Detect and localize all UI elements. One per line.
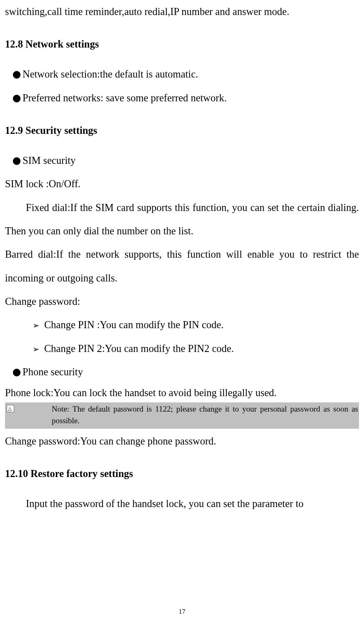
warning-icon (7, 405, 14, 412)
bullet-network-selection: ⬤ Network selection:the default is autom… (5, 63, 359, 86)
paragraph-top: switching,call time reminder,auto redial… (5, 0, 359, 23)
fixed-dial-text: Fixed dial:If the SIM card supports this… (5, 196, 359, 243)
arrow-change-pin2: ➢ Change PIN 2:You can modify the PIN2 c… (5, 337, 359, 360)
arrow-bullet-icon: ➢ (33, 339, 44, 359)
bullet-phone-security: ⬤ Phone security (5, 360, 359, 384)
arrow-text: Change PIN :You can modify the PIN code. (44, 313, 359, 337)
arrow-text: Change PIN 2:You can modify the PIN2 cod… (44, 337, 359, 360)
bullet-text: Network selection:the default is automat… (23, 63, 359, 86)
change-phone-password-text: Change password:You can change phone pas… (5, 430, 359, 453)
bullet-text: Preferred networks: save some preferred … (23, 86, 359, 110)
phone-lock-text: Phone lock:You can lock the handset to a… (5, 384, 359, 402)
note-box: Note: The default password is 1122; plea… (5, 402, 359, 429)
bullet-preferred-networks: ⬤ Preferred networks: save some preferre… (5, 86, 359, 110)
sim-lock-text: SIM lock :On/Off. (5, 172, 359, 196)
disc-bullet-icon: ⬤ (13, 90, 23, 107)
restore-paragraph: Input the password of the handset lock, … (5, 492, 359, 515)
heading-restore-factory: 12.10 Restore factory settings (5, 468, 359, 480)
page-number: 17 (0, 608, 364, 615)
arrow-bullet-icon: ➢ (33, 316, 44, 335)
disc-bullet-icon: ⬤ (13, 152, 23, 169)
bullet-text: Phone security (23, 360, 359, 384)
note-text: Note: The default password is 1122; plea… (52, 403, 358, 427)
arrow-change-pin: ➢ Change PIN :You can modify the PIN cod… (5, 313, 359, 337)
disc-bullet-icon: ⬤ (13, 66, 23, 83)
heading-network-settings: 12.8 Network settings (5, 38, 359, 50)
barred-dial-text: Barred dial:If the network supports, thi… (5, 243, 359, 290)
disc-bullet-icon: ⬤ (13, 364, 23, 381)
change-password-label: Change password: (5, 290, 359, 313)
bullet-sim-security: ⬤ SIM security (5, 149, 359, 172)
heading-security-settings: 12.9 Security settings (5, 125, 359, 136)
bullet-text: SIM security (23, 149, 359, 172)
